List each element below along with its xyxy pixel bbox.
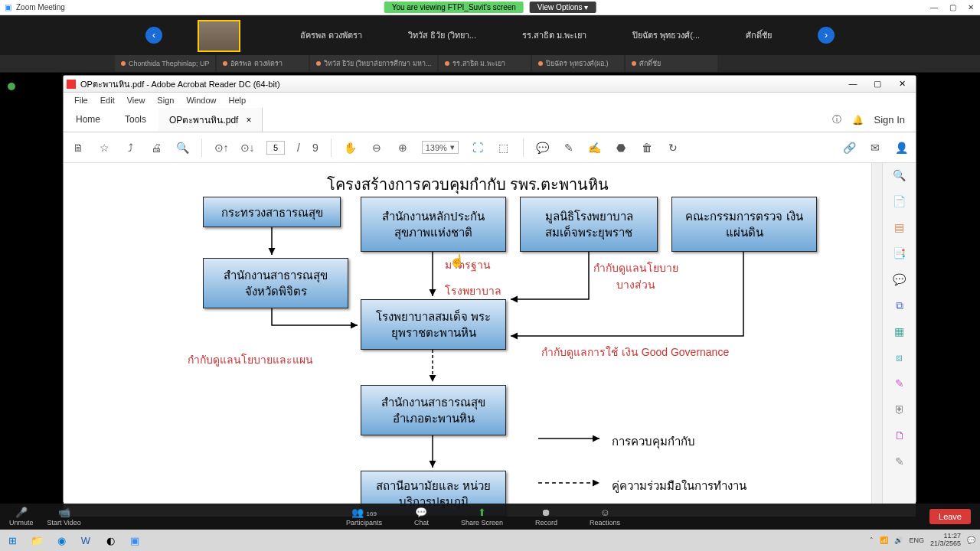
chat-button[interactable]: 💬Chat	[414, 507, 429, 527]
explorer-icon[interactable]: 📁	[24, 531, 49, 549]
fill-sign-icon[interactable]: 🗋	[892, 429, 907, 445]
combine-icon[interactable]: ⧉	[892, 299, 907, 315]
delete-icon[interactable]: 🗑	[640, 141, 654, 155]
acrobat-window: OPตะพานหิน.pdf - Adobe Acrobat Reader DC…	[63, 75, 916, 502]
page-total: 9	[312, 142, 318, 154]
comment-icon[interactable]: 💬	[536, 141, 550, 155]
help-icon[interactable]: ⓘ	[832, 113, 841, 126]
tray-volume-icon[interactable]: 🔊	[894, 536, 903, 544]
participant-name[interactable]: รร.สาธิต ม.พะเยา	[522, 28, 586, 42]
zoom-controls-bar: 🎤Unmute 📹Start Video 👥 169Participants 💬…	[0, 504, 980, 530]
source-tab[interactable]: ศักดิ์ชัย	[626, 55, 717, 72]
star-icon[interactable]: ☆	[97, 141, 111, 155]
create-pdf-icon[interactable]: 📑	[892, 247, 907, 262]
export-pdf-icon[interactable]: 📄	[892, 195, 907, 210]
menu-help[interactable]: Help	[224, 94, 251, 106]
bell-icon[interactable]: 🔔	[852, 115, 864, 126]
search-icon[interactable]: 🔍	[175, 141, 189, 155]
redact-icon[interactable]: ✎	[892, 377, 907, 393]
page-area[interactable]: ▸ โครงสร้างการควบคุมกำกับ รพร.ตะพานหิน ก…	[64, 163, 871, 517]
menu-window[interactable]: Window	[181, 94, 220, 106]
read-mode-icon[interactable]: ⬚	[497, 141, 511, 155]
comment-tool-icon[interactable]: 💬	[892, 273, 907, 289]
source-tab[interactable]: รร.สาธิต ม.พะเยา	[439, 55, 531, 72]
share-banner: You are viewing FTPI_Suvit's screen	[384, 2, 524, 13]
zoom-taskbar-icon[interactable]: ▣	[122, 531, 147, 549]
sign-icon[interactable]: ✍	[588, 141, 602, 155]
search-tool-icon[interactable]: 🔍	[892, 169, 907, 184]
annot-policy-partial: กำกับดูแลนโยบาย บางส่วน	[593, 259, 678, 293]
share-icon[interactable]: ⤴	[123, 141, 137, 155]
source-tab[interactable]: Chonthida Thephinlap; UP	[115, 55, 215, 72]
menu-view[interactable]: View	[122, 94, 150, 106]
signin-button[interactable]: Sign In	[874, 114, 905, 126]
menu-file[interactable]: File	[70, 94, 93, 106]
page-up-icon[interactable]: ⊙↑	[214, 141, 228, 155]
window-close-button[interactable]: ✕	[962, 3, 980, 11]
document-tab[interactable]: OPตะพานหิน.pdf ×	[158, 108, 263, 132]
acrobat-close-button[interactable]: ✕	[891, 79, 913, 89]
organize-icon[interactable]: ▦	[892, 325, 907, 341]
leave-button[interactable]: Leave	[929, 509, 971, 524]
unmute-button[interactable]: 🎤Unmute	[9, 507, 34, 527]
tools-tab[interactable]: Tools	[113, 108, 158, 132]
word-icon[interactable]: W	[74, 531, 98, 549]
attach-icon[interactable]: 🔗	[842, 141, 856, 155]
highlight-icon[interactable]: ✎	[562, 141, 576, 155]
view-options-button[interactable]: View Options ▾	[530, 2, 596, 13]
participants-button[interactable]: 👥 169Participants	[346, 507, 382, 527]
annot-hospital: โรงพยาบาล	[445, 282, 501, 299]
active-speaker-video[interactable]	[198, 20, 240, 52]
edit-pdf-icon[interactable]: ▤	[892, 221, 907, 236]
menu-sign[interactable]: Sign	[152, 94, 178, 106]
zoom-level[interactable]: 139% ▾	[422, 141, 459, 154]
zoom-out-icon[interactable]: ⊖	[370, 141, 384, 155]
account-icon[interactable]: 👤	[894, 141, 908, 155]
source-tab[interactable]: วิทวัส ธิวัย (วิทยาลัยการศึกษา มหา...	[310, 55, 437, 72]
save-icon[interactable]: 🗎	[71, 141, 85, 155]
rotate-icon[interactable]: ↻	[666, 141, 680, 155]
box-nhso: สำนักงานหลักประกัน สุขภาพแห่งชาติ	[361, 197, 506, 252]
share-screen-button[interactable]: ⬆Share Screen	[461, 507, 503, 527]
stamp-icon[interactable]: ⬣	[614, 141, 628, 155]
window-minimize-button[interactable]: —	[925, 3, 943, 11]
participant-name[interactable]: ปิยฉัตร พุทธวงศ์(...	[632, 28, 700, 42]
acrobat-minimize-button[interactable]: —	[842, 79, 864, 89]
more-tools-icon[interactable]: ✎	[892, 455, 907, 471]
notifications-icon[interactable]: 💬	[967, 536, 975, 544]
taskbar-clock[interactable]: 11:27 21/3/2565	[930, 533, 961, 548]
tray-chevron-icon[interactable]: ˄	[870, 536, 874, 544]
tray-wifi-icon[interactable]: 📶	[880, 536, 888, 544]
start-video-button[interactable]: 📹Start Video	[47, 507, 81, 527]
zoom-in-icon[interactable]: ⊕	[396, 141, 410, 155]
scrollbar[interactable]	[871, 163, 882, 517]
legend-cooperation: คู่ความร่วมมือในการทำงาน	[612, 477, 746, 495]
source-tab[interactable]: อัครพล ดวงพัตรา	[217, 55, 309, 72]
page-number-input[interactable]	[266, 141, 285, 155]
page-down-icon[interactable]: ⊙↓	[240, 141, 254, 155]
compress-icon[interactable]: ⧇	[892, 351, 907, 367]
acrobat-maximize-button[interactable]: ▢	[867, 79, 888, 89]
hand-tool-icon[interactable]: ✋	[344, 141, 358, 155]
start-button[interactable]: ⊞	[0, 531, 24, 549]
participants-next-button[interactable]: ›	[818, 27, 835, 44]
window-maximize-button[interactable]: ▢	[943, 3, 962, 11]
record-button[interactable]: ⏺Record	[535, 507, 557, 527]
reactions-button[interactable]: ☺Reactions	[590, 507, 620, 527]
home-tab[interactable]: Home	[64, 108, 113, 132]
participant-name[interactable]: ศักดิ์ชัย	[746, 28, 772, 42]
chrome-icon[interactable]: ◐	[98, 531, 122, 549]
right-tools-panel: 🔍 📄 ▤ 📑 💬 ⧉ ▦ ⧇ ✎ ⛨ 🗋 ✎	[882, 163, 916, 517]
participant-name[interactable]: วิทวัส ธิวัย (วิทยา...	[408, 28, 476, 42]
tab-close-button[interactable]: ×	[246, 115, 251, 126]
email-icon[interactable]: ✉	[868, 141, 882, 155]
fit-width-icon[interactable]: ⛶	[471, 141, 485, 155]
source-tab[interactable]: ปิยฉัตร พุทธวงศ์(ผอ.)	[532, 55, 624, 72]
tray-lang-icon[interactable]: ENG	[909, 536, 924, 544]
print-icon[interactable]: 🖨	[149, 141, 163, 155]
menu-edit[interactable]: Edit	[96, 94, 119, 106]
edge-icon[interactable]: ◉	[49, 531, 74, 549]
protect-icon[interactable]: ⛨	[892, 403, 907, 419]
participants-prev-button[interactable]: ‹	[145, 27, 162, 44]
participant-name[interactable]: อัครพล ดวงพัตรา	[300, 28, 362, 42]
